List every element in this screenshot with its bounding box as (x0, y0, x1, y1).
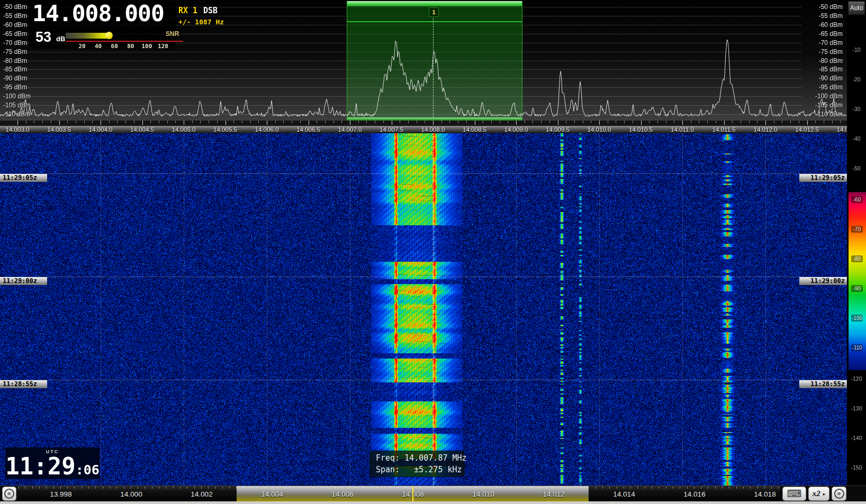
waterfall-time-gridline (0, 380, 847, 380)
palette-level-badge: -70 (851, 226, 863, 233)
band-ruler[interactable]: 13.99814.00014.00214.00414.00614.00814.0… (18, 486, 780, 501)
ruler-tick (356, 487, 356, 489)
axis-tick (599, 121, 600, 125)
waterfall-gridline (267, 133, 267, 485)
axis-tick (583, 121, 583, 123)
ruler-tick (708, 487, 708, 489)
waterfall-gridline (516, 133, 517, 485)
axis-tick (449, 121, 450, 123)
vfo-frequency[interactable]: 14.008.000 (32, 0, 164, 26)
ruler-tick (208, 487, 209, 489)
zoom-level-button[interactable]: x2 ▸ (808, 487, 829, 501)
axis-tick (674, 121, 674, 123)
ruler-tick (159, 487, 159, 489)
ruler-tick (778, 487, 779, 489)
ruler-tick (95, 487, 96, 489)
axis-tick (300, 121, 301, 123)
axis-tick (574, 121, 575, 123)
dbm-label-left: -105 dBm (3, 102, 31, 109)
spectrum-frequency-axis[interactable]: 14.003.014.003.514.004.014.004.514.005.0… (0, 121, 847, 133)
axis-tick (433, 121, 434, 125)
axis-tick (475, 121, 475, 125)
ruler-tick (609, 487, 610, 489)
axis-tick (691, 121, 691, 123)
waterfall-gridline (184, 133, 184, 485)
ruler-frequency-label: 14.002 (183, 490, 220, 498)
ruler-tick (236, 487, 237, 489)
ruler-tick (419, 487, 420, 489)
timestamp-right: 11:29:00z (799, 277, 847, 285)
level-scale-label: -120 (847, 375, 866, 382)
axis-tick (51, 121, 51, 123)
step-up-button[interactable]: » (832, 487, 846, 501)
ruler-tick (483, 487, 483, 489)
waterfall-tuned-line (433, 133, 434, 485)
ruler-tick (363, 487, 364, 489)
ruler-tick (285, 487, 286, 489)
timestamp-left: 11:29:05z (0, 174, 47, 182)
palette-level-badge: -90 (851, 285, 863, 292)
waterfall-time-gridline (0, 277, 847, 277)
level-scale-label: -30 (847, 106, 866, 112)
axis-tick (699, 121, 699, 123)
waterfall-panel[interactable]: 11:29:05z11:29:05z11:29:00z11:29:00z11:2… (0, 133, 847, 485)
axis-tick (217, 121, 218, 123)
ruler-tick (67, 487, 68, 489)
ruler-tick (658, 487, 659, 489)
ruler-tick (574, 487, 575, 489)
axis-frequency-label: 14.009.5 (541, 126, 575, 133)
palette-level-badge: -100 (851, 315, 863, 322)
axis-tick (641, 121, 642, 125)
waterfall-palette-bar[interactable]: -60-70-80-90-100-110 (849, 192, 866, 370)
ruler-tick (32, 487, 33, 489)
step-down-button[interactable]: « (2, 487, 16, 501)
ruler-tick (349, 487, 349, 489)
ruler-tick (476, 487, 476, 489)
axis-tick (375, 121, 375, 123)
rit-offset[interactable]: +/- 1087 Hz (178, 18, 224, 26)
ruler-tick (138, 487, 138, 489)
axis-tick (458, 121, 458, 123)
axis-tick (350, 121, 350, 125)
axis-tick (425, 121, 425, 123)
clock-seconds: :06 (76, 462, 100, 478)
axis-tick (782, 121, 782, 123)
dbm-label-right: -95 dBm (768, 84, 843, 91)
ruler-tick (53, 487, 54, 489)
timestamp-left: 11:29:00z (0, 277, 47, 285)
ruler-tick (462, 487, 462, 489)
ruler-tick (630, 487, 631, 489)
waterfall-gridline (599, 133, 600, 485)
zoom-dropdown-icon: ▸ (823, 491, 826, 497)
ruler-tick (187, 487, 187, 489)
ruler-tick (553, 487, 554, 489)
ruler-tick (455, 487, 455, 489)
auto-scale-button[interactable]: Auto (848, 2, 865, 15)
dbm-label-left: -50 dBm (3, 3, 27, 11)
ruler-frequency-label: 14.010 (465, 490, 502, 498)
axis-tick (250, 121, 251, 123)
axis-tick (341, 121, 342, 123)
axis-tick (17, 121, 18, 125)
ruler-tick (715, 487, 716, 489)
axis-tick (167, 121, 168, 123)
level-scale-label: -40 (847, 135, 866, 142)
axis-tick (441, 121, 442, 123)
axis-tick (309, 121, 309, 125)
ruler-tick (243, 487, 244, 489)
axis-tick (67, 121, 68, 123)
level-scale-label: -140 (847, 435, 866, 441)
tuned-frequency-marker[interactable] (412, 486, 413, 501)
keyboard-entry-button[interactable]: ⌨ (782, 487, 806, 501)
waterfall-canvas[interactable] (0, 133, 847, 485)
mode-label[interactable]: DSB (203, 6, 218, 15)
axis-tick (400, 121, 400, 123)
axis-frequency-label: 14.010.5 (624, 126, 658, 133)
ruler-tick (673, 487, 673, 489)
ruler-tick (511, 487, 511, 489)
spectrum-panel[interactable]: 1 -50 dBm-50 dBm-55 dBm-55 dBm-60 dBm-60… (0, 0, 847, 121)
axis-tick (616, 121, 616, 123)
ruler-tick (426, 487, 427, 489)
waterfall-gridline (682, 133, 683, 485)
s-meter-scale-number: 80 (123, 43, 139, 50)
